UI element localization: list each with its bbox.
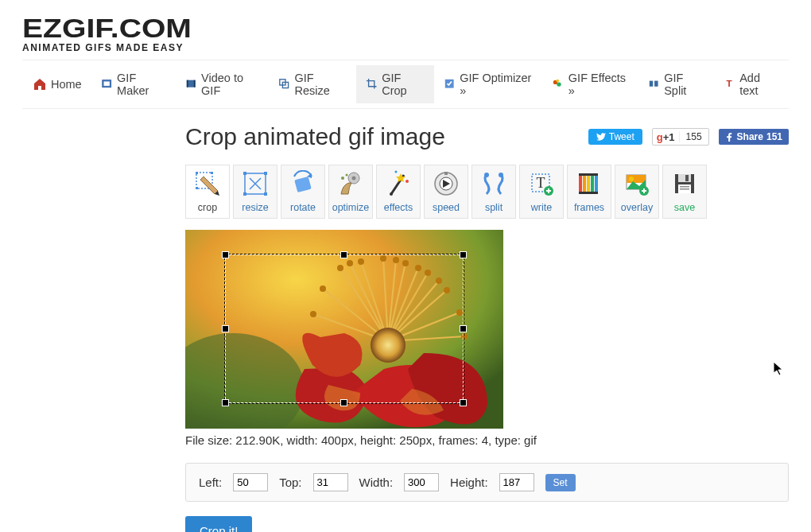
svg-rect-4 [193, 80, 195, 87]
tweet-button[interactable]: Tweet [588, 129, 642, 145]
crop-it-button[interactable]: Crop it! [185, 516, 252, 532]
svg-rect-41 [583, 175, 586, 192]
split-icon [648, 78, 659, 91]
left-label: Left: [199, 476, 222, 489]
tool-split-label: split [485, 202, 503, 213]
top-label: Top: [279, 476, 301, 489]
svg-point-31 [395, 171, 398, 173]
height-label: Height: [450, 476, 488, 489]
svg-rect-55 [680, 186, 689, 188]
handle-n[interactable] [340, 251, 347, 258]
svg-rect-11 [650, 81, 653, 87]
svg-rect-40 [579, 175, 582, 192]
top-input[interactable] [313, 473, 348, 491]
crop-tool-icon [194, 170, 221, 197]
svg-rect-34 [444, 172, 448, 175]
speed-tool-icon [433, 170, 460, 197]
svg-rect-43 [591, 175, 594, 192]
nav-gif-crop[interactable]: GIF Crop [356, 65, 434, 103]
gplus-button[interactable]: g+1 155 [652, 128, 709, 146]
tool-optimize[interactable]: optimize [328, 165, 373, 219]
handle-ne[interactable] [460, 251, 467, 258]
crop-selection[interactable] [225, 254, 464, 403]
svg-rect-52 [678, 174, 691, 182]
nav-gif-resize[interactable]: GIF Resize [269, 65, 356, 103]
nav-gif-effects[interactable]: GIF Effects » [542, 65, 638, 103]
svg-text:T: T [537, 175, 545, 191]
svg-rect-1 [103, 81, 109, 85]
tweet-label: Tweet [609, 131, 634, 142]
height-input[interactable] [499, 473, 534, 491]
save-tool-icon [671, 170, 698, 197]
tool-overlay[interactable]: overlay [615, 165, 659, 219]
share-row: Tweet g+1 155 Share 151 [588, 128, 789, 146]
addtext-icon: T [724, 78, 735, 91]
svg-point-27 [341, 177, 344, 180]
tool-optimize-label: optimize [332, 202, 370, 213]
nav-gif-maker[interactable]: GIF Maker [91, 65, 176, 103]
tool-frames-label: frames [574, 202, 604, 213]
svg-point-9 [557, 82, 561, 86]
handle-s[interactable] [340, 399, 347, 406]
logo-subtitle: ANIMATED GIFS MADE EASY [22, 42, 789, 53]
svg-rect-46 [579, 192, 598, 194]
effects-icon [552, 78, 563, 91]
nav-maker-label: GIF Maker [117, 72, 166, 97]
gplus-icon: g+1 [653, 131, 679, 143]
svg-rect-24 [294, 177, 312, 192]
gplus-count: 155 [679, 131, 708, 142]
nav-crop-label: GIF Crop [382, 72, 425, 97]
svg-rect-42 [587, 175, 590, 192]
svg-point-29 [390, 192, 393, 196]
tool-write[interactable]: T write [519, 165, 564, 219]
svg-rect-15 [196, 172, 198, 174]
nav-home-label: Home [51, 78, 82, 91]
nav-addtext-label: Add text [739, 72, 778, 97]
nav-video-to-gif[interactable]: Video to GIF [176, 65, 269, 103]
toolbar: crop resize rotate optimize effects spee… [185, 165, 789, 219]
nav-gif-split[interactable]: GIF Split [638, 65, 714, 103]
video-icon [185, 78, 196, 91]
handle-w[interactable] [222, 325, 229, 332]
tool-rotate[interactable]: rotate [281, 165, 325, 219]
logo-title[interactable]: EZGIF.COM [22, 13, 811, 44]
tool-speed[interactable]: speed [424, 165, 468, 219]
svg-rect-3 [186, 80, 188, 87]
handle-nw[interactable] [222, 251, 229, 258]
handle-se[interactable] [460, 399, 467, 406]
tool-effects[interactable]: effects [376, 165, 421, 219]
tool-frames[interactable]: frames [567, 165, 611, 219]
svg-rect-53 [685, 175, 689, 181]
set-button[interactable]: Set [545, 474, 576, 491]
tool-save[interactable]: save [662, 165, 707, 219]
image-preview[interactable] [185, 230, 503, 429]
fb-share-button[interactable]: Share 151 [719, 129, 789, 145]
page-title: Crop animated gif image [185, 123, 445, 150]
handle-e[interactable] [460, 325, 467, 332]
tool-split[interactable]: split [471, 165, 516, 219]
svg-point-36 [499, 173, 503, 177]
handle-sw[interactable] [222, 399, 229, 406]
tool-write-label: write [531, 202, 552, 213]
main-nav: Home GIF Maker Video to GIF GIF Resize G… [22, 60, 789, 109]
tool-effects-label: effects [384, 202, 413, 213]
left-input[interactable] [233, 473, 268, 491]
svg-rect-16 [211, 172, 213, 174]
width-input[interactable] [404, 473, 439, 491]
svg-point-28 [346, 174, 348, 177]
tool-resize[interactable]: resize [233, 165, 277, 219]
effects-tool-icon [385, 170, 412, 197]
nav-home[interactable]: Home [24, 65, 91, 103]
tool-crop-label: crop [198, 202, 217, 213]
svg-rect-23 [264, 192, 267, 196]
nav-gif-optimizer[interactable]: GIF Optimizer » [434, 65, 543, 103]
nav-split-label: GIF Split [664, 72, 704, 97]
home-icon [33, 78, 46, 91]
nav-add-text[interactable]: T Add text [714, 65, 787, 103]
svg-rect-21 [264, 172, 267, 175]
mouse-cursor [774, 362, 785, 376]
maker-icon [101, 78, 112, 91]
split-tool-icon [480, 170, 507, 197]
svg-rect-12 [654, 81, 658, 87]
tool-crop[interactable]: crop [185, 165, 230, 219]
